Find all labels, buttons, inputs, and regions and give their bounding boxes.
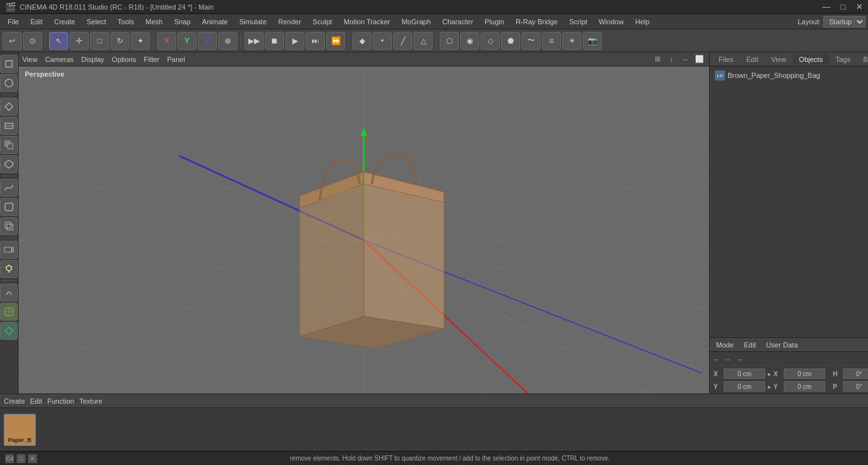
menu-animate[interactable]: Animate xyxy=(197,17,233,27)
menu-mograph[interactable]: MoGraph xyxy=(396,17,436,27)
rotate-tool[interactable]: ↻ xyxy=(110,32,130,50)
menu-simulate[interactable]: Simulate xyxy=(234,17,272,27)
viewport-ctrl-3[interactable]: ↔ xyxy=(680,54,691,65)
sidebar-nurbs[interactable] xyxy=(0,198,18,216)
fast-forward-button[interactable]: ⏩ xyxy=(326,32,345,50)
layout-dropdown[interactable]: Startup xyxy=(823,16,865,27)
axis-y-button[interactable]: Y xyxy=(177,32,197,50)
point-mode-button[interactable]: • xyxy=(373,32,392,50)
deformer-button[interactable]: 〜 xyxy=(521,32,541,50)
window-controls[interactable]: — □ ✕ xyxy=(822,2,863,11)
edge-mode-button[interactable]: ╱ xyxy=(393,32,412,50)
play-button[interactable]: ▶ xyxy=(285,32,304,50)
sidebar-boole[interactable] xyxy=(0,217,18,235)
viewport-menu-filter[interactable]: Filter xyxy=(144,56,159,63)
light-button[interactable]: ☀ xyxy=(562,32,581,50)
axis-x-button[interactable]: X xyxy=(157,32,176,50)
viewport-ctrl-2[interactable]: ↕ xyxy=(666,54,677,65)
sidebar-deformer[interactable] xyxy=(0,284,18,301)
poly-mode-button[interactable]: △ xyxy=(414,32,433,50)
sidebar-spline[interactable] xyxy=(0,179,18,197)
menu-tools[interactable]: Tools xyxy=(112,17,139,27)
menu-script[interactable]: Script xyxy=(564,17,592,27)
attr-menu-userdata[interactable]: User Data xyxy=(763,340,802,349)
menu-snap[interactable]: Snap xyxy=(169,17,196,27)
attr-menu-mode[interactable]: Mode xyxy=(712,340,738,349)
tab-files[interactable]: Files xyxy=(712,54,740,65)
attr-x-pos[interactable] xyxy=(724,369,765,379)
object-mode-button[interactable]: ◆ xyxy=(352,32,371,50)
mat-menu-function[interactable]: Function xyxy=(47,397,74,405)
menu-edit[interactable]: Edit xyxy=(26,17,48,27)
sidebar-light[interactable] xyxy=(0,260,18,278)
menu-character[interactable]: Character xyxy=(437,17,478,27)
viewport-menu-panel[interactable]: Panel xyxy=(167,56,185,63)
undo-button[interactable]: ↩ xyxy=(3,32,22,50)
tab-bookmarks[interactable]: Bookmarks xyxy=(857,54,868,65)
tab-tags[interactable]: Tags xyxy=(829,54,857,65)
sidebar-layer-3[interactable] xyxy=(0,136,18,154)
viewport-menu-cameras[interactable]: Cameras xyxy=(45,56,74,63)
mat-menu-create[interactable]: Create xyxy=(4,397,25,405)
attr-menu-edit[interactable]: Edit xyxy=(740,340,760,349)
tab-objects[interactable]: Objects xyxy=(793,54,829,65)
render-button[interactable]: ⊙ xyxy=(23,32,42,50)
sidebar-layer-2[interactable] xyxy=(0,117,18,135)
viewport-menu-view[interactable]: View xyxy=(22,56,38,63)
move-tool[interactable]: ✛ xyxy=(70,32,89,50)
viewport-menu-options[interactable]: Options xyxy=(112,56,136,63)
sphere-primitive[interactable]: ◉ xyxy=(460,32,479,50)
attr-x-scale[interactable] xyxy=(784,369,825,379)
transform-tool[interactable]: ✦ xyxy=(131,32,150,50)
menu-mesh[interactable]: Mesh xyxy=(140,17,168,27)
object-item-bag[interactable]: L0 Brown_Paper_Shopping_Bag xyxy=(712,69,868,82)
tab-edit[interactable]: Edit xyxy=(740,54,765,65)
axis-z-button[interactable]: Z xyxy=(198,32,217,50)
cube-primitive[interactable]: ⬡ xyxy=(440,32,459,50)
viewport-menu-display[interactable]: Display xyxy=(81,56,104,63)
record-button[interactable]: ▶▶ xyxy=(244,32,264,50)
sidebar-poly-mode[interactable] xyxy=(0,155,18,173)
attr-x-arrow[interactable]: ▸ xyxy=(768,370,771,377)
menu-window[interactable]: Window xyxy=(594,17,629,27)
menu-plugin[interactable]: Plugin xyxy=(479,17,509,27)
tab-view[interactable]: View xyxy=(765,54,793,65)
menu-render[interactable]: Render xyxy=(273,17,306,27)
menu-select[interactable]: Select xyxy=(82,17,112,27)
menu-vray[interactable]: R-Ray Bridge xyxy=(511,17,563,27)
attr-y-arrow[interactable]: ▸ xyxy=(768,383,771,390)
menu-motion-tracker[interactable]: Motion Tracker xyxy=(338,17,395,27)
sidebar-texture-mode[interactable] xyxy=(0,74,18,92)
spline-tool[interactable]: ◇ xyxy=(481,32,500,50)
stop-button[interactable]: ⏹ xyxy=(265,32,284,50)
menu-file[interactable]: File xyxy=(3,17,24,27)
attr-y-pos[interactable] xyxy=(724,381,765,392)
viewport-ctrl-1[interactable]: ⊞ xyxy=(652,54,663,65)
scale-tool[interactable]: □ xyxy=(90,32,109,50)
maximize-button[interactable]: □ xyxy=(841,2,846,11)
sidebar-layer-1[interactable] xyxy=(0,98,18,116)
sidebar-camera[interactable] xyxy=(0,241,18,259)
menu-create[interactable]: Create xyxy=(49,17,80,27)
material-thumbnail[interactable]: Paper_B xyxy=(4,414,36,446)
next-frame-button[interactable]: ⏭ xyxy=(306,32,325,50)
status-toggle[interactable]: □ xyxy=(17,454,26,463)
mat-menu-edit[interactable]: Edit xyxy=(30,397,42,405)
camera-button[interactable]: 📷 xyxy=(583,32,602,50)
sidebar-tag[interactable] xyxy=(0,322,18,340)
effector-button[interactable]: ≡ xyxy=(542,32,561,50)
link-button[interactable]: ⊕ xyxy=(218,32,237,50)
menu-help[interactable]: Help xyxy=(630,17,655,27)
sidebar-object-mode[interactable] xyxy=(0,55,18,73)
close-bottom[interactable]: ✕ xyxy=(28,454,37,463)
minimize-button[interactable]: — xyxy=(822,2,830,11)
mat-menu-texture[interactable]: Texture xyxy=(79,397,102,405)
select-tool[interactable]: ↖ xyxy=(49,32,68,50)
layout-selector[interactable]: Layout: Startup xyxy=(798,16,865,27)
menu-sculpt[interactable]: Sculpt xyxy=(308,17,338,27)
attr-h-rot[interactable] xyxy=(843,369,868,379)
sidebar-material[interactable] xyxy=(0,303,18,321)
viewport-maximize[interactable]: ⬜ xyxy=(694,54,705,65)
attr-y-scale[interactable] xyxy=(784,381,825,392)
attr-p-rot[interactable] xyxy=(843,381,868,392)
